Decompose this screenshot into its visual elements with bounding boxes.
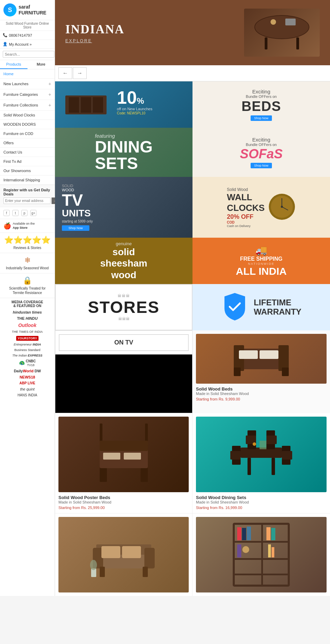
tab-products[interactable]: Products [0, 60, 28, 69]
beds-product-material: Made in Solid Sheesham Wood [196, 392, 327, 396]
svg-rect-32 [272, 458, 275, 475]
nav-furniture-on-cod[interactable]: Furniture on COD [0, 129, 55, 138]
googleplus-icon[interactable]: g+ [30, 210, 36, 216]
pinterest-icon[interactable]: p [21, 210, 28, 216]
times-of-india-logo: THE TIMES OF INDIA [3, 329, 51, 335]
phone-icon: 📞 [3, 33, 8, 37]
tv-solid-label: SOLID [62, 184, 186, 188]
exciting-label: Exciting [241, 89, 281, 94]
all-india-label: ALL INDIA [236, 265, 287, 277]
search-input[interactable] [3, 51, 54, 58]
hero-explore-link[interactable]: EXPLORE [65, 38, 244, 43]
svg-rect-42 [260, 441, 266, 449]
svg-rect-34 [230, 451, 241, 460]
svg-rect-65 [268, 544, 271, 557]
beds-title: BEDS [241, 99, 281, 114]
warranty-title: LIFETIMEWARRANTY [254, 298, 301, 316]
site-tagline: Solid Wood Furniture Online Store [0, 20, 55, 31]
beds-shop-button[interactable]: Shop Now [251, 115, 272, 121]
register-title: Register with us Get Daily Deals [3, 188, 51, 196]
sidebar: S saraf FURNITURE Solid Wood Furniture O… [0, 0, 55, 596]
shelves-card [192, 513, 330, 596]
entrepreneur-logo: Entrepreneur INDIA [3, 342, 51, 347]
peacock-icon: 🦚 [19, 360, 25, 366]
the-hindu-logo: THE HINDU [3, 315, 51, 321]
bundle-sofas-label: Bundle OFFers on [240, 143, 283, 147]
dining-sets-price: Starting from Rs. 16,999.00 [196, 506, 327, 510]
promo-beds-bundle: Exciting Bundle OFFers on BEDS Shop Now [192, 81, 330, 128]
stores-title: STORES [88, 298, 160, 317]
svg-rect-26 [103, 453, 120, 460]
furniture-tv-image [62, 89, 110, 121]
expand-icon: + [48, 92, 51, 97]
sofas-shop-button[interactable]: Shop Now [251, 163, 272, 168]
svg-rect-27 [124, 453, 141, 460]
appstore-text: Available on the App Store [13, 222, 35, 230]
promo-grid-row4: genuine solidsheeshamwood 🚚 FREE SHIPPIN… [55, 238, 330, 284]
discount-code: Code: NEWSPL10 [117, 111, 152, 115]
poster-beds-price: Starting from Rs. 25,999.00 [58, 506, 189, 510]
promo-dining-sets: featuring DININGSETS [55, 128, 192, 177]
svg-rect-21 [282, 368, 289, 376]
nav-contact-us[interactable]: Contact Us [0, 148, 55, 157]
nav-home[interactable]: Home [0, 69, 55, 79]
nav-wooden-doors[interactable]: WOODEN DOORS [0, 120, 55, 129]
promo-grid-row1: 10% off on New Launches Code: NEWSPL10 E… [55, 81, 330, 128]
nav-our-showrooms[interactable]: Our Showrooms [0, 166, 55, 176]
tv-shop-button[interactable]: Shop Now [62, 225, 89, 231]
dining-small-label: featuring [95, 133, 153, 139]
facebook-icon[interactable]: f [3, 210, 10, 216]
nav-international-shipping[interactable]: International Shipping [0, 176, 55, 185]
promo-lifetime-warranty: LIFETIMEWARRANTY [192, 284, 330, 330]
promo-tv-units: SOLID WOOD TV UNITS starting at 5999 onl… [55, 177, 192, 238]
svg-rect-1 [265, 37, 267, 49]
svg-rect-19 [260, 350, 278, 359]
svg-rect-47 [100, 567, 105, 577]
feature-termite: 🔒 Scientifically Treated for Termite Res… [0, 273, 55, 298]
svg-rect-62 [271, 528, 275, 540]
reviews-label: Reviews & Stories [13, 246, 41, 250]
svg-rect-57 [261, 524, 263, 586]
beds-product-price: Starting from Rs. 9,999.00 [196, 397, 327, 401]
nav-first-tv-ad[interactable]: First Tv Ad [0, 157, 55, 166]
svg-point-52 [90, 560, 97, 570]
dining-sets-image [196, 417, 327, 492]
the-quint-logo: the quint [3, 386, 51, 392]
nav-offers[interactable]: Offers [0, 138, 55, 148]
svg-rect-66 [272, 547, 274, 557]
promo-sofas-bundle: Exciting Bundle OFFers on SOFaS Shop Now [192, 128, 330, 177]
ontv-section: ON TV Solid Wood Beds Made in Solid Shee… [55, 330, 330, 413]
nav-solid-wood-clocks[interactable]: Solid Wood Clocks [0, 111, 55, 120]
svg-rect-31 [248, 458, 251, 475]
twitter-icon[interactable]: t [12, 210, 19, 216]
tab-more[interactable]: More [28, 60, 55, 69]
hero-prev-button[interactable]: ← [58, 67, 72, 79]
svg-rect-8 [81, 97, 91, 113]
appstore-section[interactable]: 🍎 Available on the App Store [0, 219, 55, 233]
nav-furniture-collections[interactable]: Furniture Collections + [0, 100, 55, 111]
hero-next-button[interactable]: → [73, 67, 87, 79]
beds-text: Exciting Bundle OFFers on BEDS Shop Now [241, 89, 281, 121]
sheesham-title: solidsheeshamwood [100, 246, 147, 281]
hero-image-placeholder [248, 12, 316, 54]
ontv-video-player[interactable] [55, 354, 192, 413]
discount-percent: 10% [117, 89, 152, 106]
clocks-cash: Cash on Delivery [227, 224, 265, 228]
email-field[interactable] [3, 197, 51, 204]
svg-rect-36 [282, 451, 292, 460]
svg-rect-59 [242, 528, 246, 540]
nav-new-launches[interactable]: New Launches + [0, 79, 55, 89]
promo-stores: 🏛🏛🏛 STORES 🏛🏛🏛 [55, 284, 192, 330]
nav-furniture-categories[interactable]: Furniture Categories + [0, 89, 55, 100]
svg-rect-46 [144, 548, 155, 568]
hero-product-image [244, 9, 320, 57]
social-links: f t p g+ [0, 207, 55, 219]
svg-rect-40 [266, 436, 277, 444]
svg-rect-64 [237, 544, 241, 557]
feature-seasoned-wood: ❄ Industrially Seasoned Wood [0, 253, 55, 273]
svg-point-63 [242, 546, 249, 553]
svg-rect-58 [237, 527, 241, 540]
my-account-link[interactable]: 👤 My Account » [0, 40, 55, 49]
ontv-header: ON TV [59, 334, 189, 351]
sofa-card [55, 513, 192, 596]
